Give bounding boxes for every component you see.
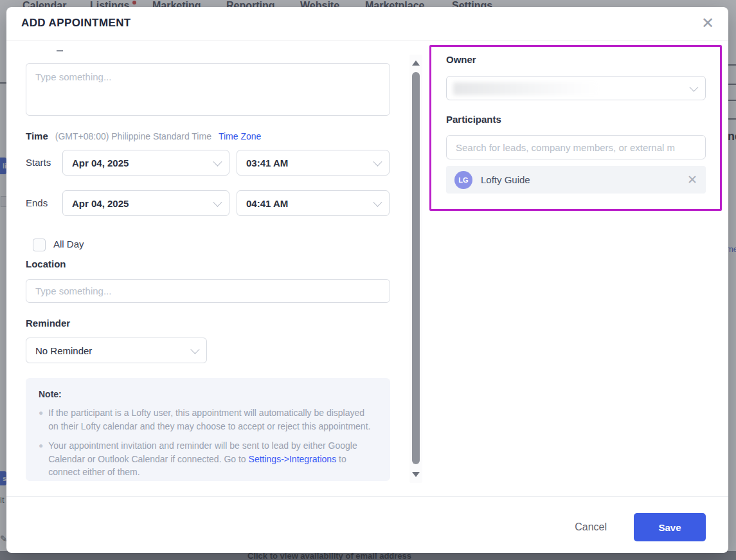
reminder-label: Reminder	[26, 318, 70, 329]
owner-value-redacted	[453, 82, 600, 95]
dialog-header: ADD APPOINTMENT ✕	[6, 7, 728, 41]
all-day-checkbox[interactable]	[33, 239, 46, 251]
time-label: Time	[26, 131, 48, 141]
chevron-down-icon	[373, 198, 382, 207]
end-time-select[interactable]: 04:41 AM	[237, 190, 390, 216]
dialog-footer: Cancel Save	[6, 496, 728, 554]
note-box: Note: ● If the participant is a Lofty us…	[26, 378, 390, 481]
add-appointment-dialog: ADD APPOINTMENT ✕ Time (GMT+08:00) Phili…	[6, 7, 728, 553]
time-section-header: Time (GMT+08:00) Philippine Standard Tim…	[26, 131, 261, 141]
note-heading: Note:	[39, 389, 375, 399]
note-bullet-2-text: Your appointment invitation and reminder…	[48, 439, 375, 479]
note-bullet-2: ● Your appointment invitation and remind…	[39, 439, 375, 479]
reminder-value: No Reminder	[35, 345, 92, 356]
bullet-icon: ●	[39, 439, 43, 479]
end-time-value: 04:41 AM	[246, 198, 288, 209]
end-date-value: Apr 04, 2025	[72, 198, 129, 209]
chevron-down-icon	[373, 158, 382, 167]
location-input[interactable]	[26, 279, 390, 303]
timezone-link[interactable]: Time Zone	[219, 131, 261, 141]
description-textarea[interactable]	[26, 63, 390, 116]
start-time-value: 03:41 AM	[246, 158, 288, 168]
chevron-down-icon	[190, 345, 199, 354]
reminder-select[interactable]: No Reminder	[26, 338, 207, 363]
chevron-down-icon	[689, 83, 698, 92]
start-date-value: Apr 04, 2025	[72, 158, 129, 168]
chevron-down-icon	[213, 198, 222, 207]
participant-chip: LG Lofty Guide ✕	[446, 166, 706, 194]
note-bullet-1-text: If the participant is a Lofty user, this…	[48, 406, 375, 433]
end-date-select[interactable]: Apr 04, 2025	[62, 190, 229, 216]
scrollbar-track[interactable]	[409, 55, 422, 483]
owner-label: Owner	[446, 54, 476, 65]
owner-select[interactable]	[446, 76, 706, 100]
note-bullet-1: ● If the participant is a Lofty user, th…	[39, 406, 375, 433]
scroll-up-arrow-icon[interactable]	[412, 60, 420, 66]
participants-search-input[interactable]	[446, 135, 706, 159]
start-date-select[interactable]: Apr 04, 2025	[62, 150, 229, 176]
settings-integrations-link[interactable]: Settings->Integrations	[249, 454, 337, 464]
all-day-label[interactable]: All Day	[53, 239, 84, 249]
bullet-icon: ●	[39, 406, 43, 433]
avatar: LG	[454, 171, 472, 189]
start-time-select[interactable]: 03:41 AM	[237, 150, 390, 176]
dialog-title: ADD APPOINTMENT	[21, 17, 131, 30]
ends-label: Ends	[26, 190, 48, 216]
cancel-button[interactable]: Cancel	[575, 513, 607, 541]
participants-label: Participants	[446, 114, 501, 125]
scroll-down-arrow-icon[interactable]	[412, 472, 420, 477]
participant-name: Lofty Guide	[481, 174, 530, 185]
scrollbar-thumb[interactable]	[412, 72, 420, 464]
starts-label: Starts	[26, 150, 51, 176]
close-icon[interactable]: ✕	[701, 15, 714, 31]
timezone-text: (GMT+08:00) Philippine Standard Time	[55, 131, 211, 141]
chevron-down-icon	[213, 158, 222, 167]
remove-participant-icon[interactable]: ✕	[687, 174, 697, 186]
location-label: Location	[26, 258, 66, 269]
clipped-label-fragment	[57, 50, 63, 51]
save-button[interactable]: Save	[634, 513, 706, 541]
